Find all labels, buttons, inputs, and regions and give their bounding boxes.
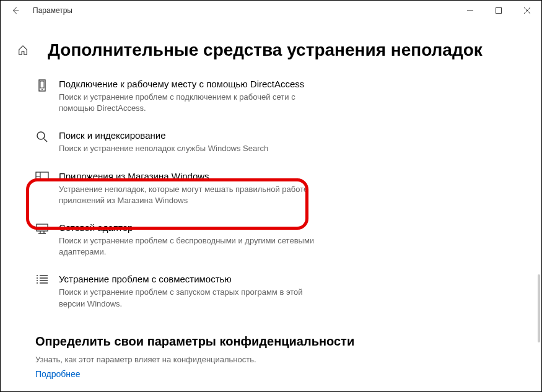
svg-rect-2 [40,81,44,88]
item-title: Подключение к рабочему месту с помощью D… [59,79,319,89]
maximize-button[interactable] [484,1,513,20]
troubleshoot-text: Поиск и индексирование Поиск и устранени… [59,130,319,154]
item-desc: Устранение неполадок, которые могут меша… [59,184,319,206]
troubleshoot-item-network[interactable]: Сетевой адаптер Поиск и устранение пробл… [35,216,541,266]
close-button[interactable] [513,1,541,20]
apps-icon [35,172,49,185]
window-title: Параметры [33,6,72,15]
troubleshoot-text: Подключение к рабочему месту с помощью D… [59,79,319,114]
titlebar: Параметры [1,1,541,20]
svg-point-3 [42,89,43,90]
troubleshoot-item-directaccess[interactable]: Подключение к рабочему месту с помощью D… [35,72,541,123]
item-desc: Поиск и устранение проблем с беспроводны… [59,235,319,258]
item-desc: Поиск и устранение проблем с подключение… [59,92,319,114]
item-desc: Поиск и устранение проблем с запуском ст… [59,287,319,309]
back-button[interactable] [9,4,22,17]
minimize-button[interactable] [456,1,484,20]
minimize-icon [467,7,473,14]
privacy-subtext: Узнать, как этот параметр влияет на конф… [35,355,541,364]
list-icon [35,274,49,288]
troubleshoot-item-store-apps[interactable]: Приложения из Магазина Windows Устранени… [35,165,541,215]
header-row: Дополнительные средства устранения непол… [17,40,541,60]
svg-rect-6 [37,224,48,231]
close-icon [524,7,530,14]
privacy-heading: Определить свои параметры конфиденциальн… [35,334,541,349]
home-icon [17,45,28,56]
page-title: Дополнительные средства устранения непол… [48,40,483,60]
arrow-left-icon [11,6,20,15]
svg-rect-0 [496,8,502,14]
troubleshoot-item-search[interactable]: Поиск и индексирование Поиск и устранени… [35,124,541,163]
troubleshoot-text: Сетевой адаптер Поиск и устранение пробл… [59,222,319,258]
device-icon [35,79,49,93]
item-desc: Поиск и устранение неполадок службы Wind… [59,143,319,154]
troubleshoot-text: Приложения из Магазина Windows Устранени… [59,171,319,206]
home-button[interactable] [17,44,29,56]
window-controls [456,1,541,20]
svg-point-4 [37,132,45,139]
privacy-section: Определить свои параметры конфиденциальн… [35,334,541,379]
troubleshoot-item-compatibility[interactable]: Устранение проблем с совместимостью Поис… [35,268,541,318]
item-title: Поиск и индексирование [59,130,319,141]
search-icon [35,131,49,144]
item-title: Устранение проблем с совместимостью [59,274,319,284]
troubleshoot-list: Подключение к рабочему месту с помощью D… [35,72,541,318]
content-area: Дополнительные средства устранения непол… [1,20,541,391]
item-title: Приложения из Магазина Windows [59,171,319,181]
item-title: Сетевой адаптер [59,222,319,233]
privacy-link[interactable]: Подробнее [35,369,541,379]
troubleshoot-text: Устранение проблем с совместимостью Поис… [59,274,319,309]
maximize-icon [496,7,502,14]
network-icon [35,223,49,237]
scrollbar[interactable] [538,274,540,342]
